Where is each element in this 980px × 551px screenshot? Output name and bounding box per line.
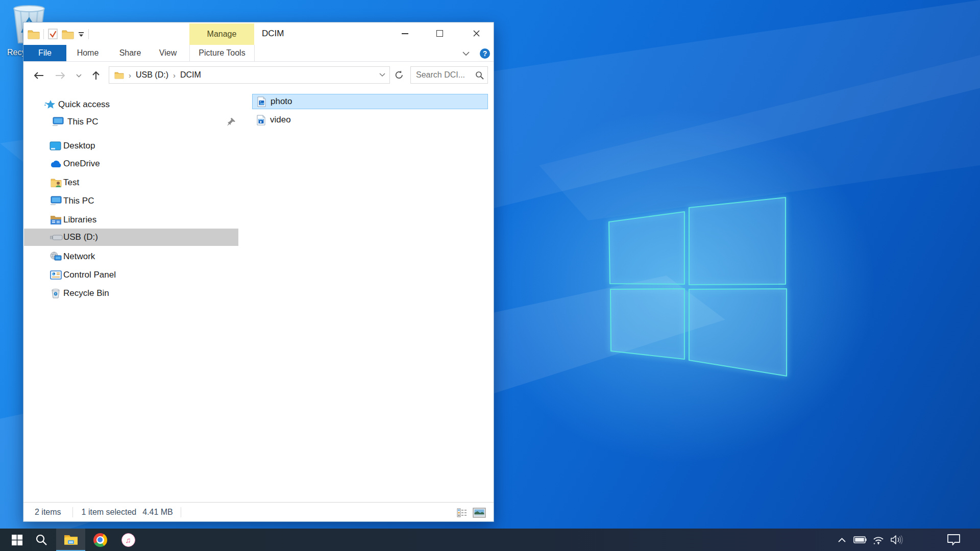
up-button[interactable] bbox=[89, 68, 103, 83]
file-name: photo bbox=[271, 96, 292, 107]
tray-expand-button[interactable] bbox=[834, 529, 849, 551]
qat-separator bbox=[43, 29, 44, 39]
tab-picture-tools[interactable]: Picture Tools bbox=[189, 45, 255, 61]
sidebar-item-control-panel[interactable]: Control Panel bbox=[24, 266, 238, 284]
this-pc-monitor-icon bbox=[52, 117, 64, 127]
item-count: 2 items bbox=[35, 508, 61, 517]
wifi-icon bbox=[872, 535, 885, 545]
windows-start-icon bbox=[12, 535, 22, 545]
this-pc-monitor-icon bbox=[50, 196, 62, 206]
breadcrumb-usb[interactable]: USB (D:) bbox=[136, 70, 168, 80]
battery-tray-icon[interactable] bbox=[851, 529, 869, 551]
help-button[interactable]: ? bbox=[479, 47, 491, 60]
tab-home[interactable]: Home bbox=[70, 45, 105, 61]
properties-check-icon[interactable] bbox=[47, 28, 58, 40]
taskbar-search-button[interactable] bbox=[29, 529, 54, 551]
sidebar-item-label: Recycle Bin bbox=[63, 288, 109, 298]
file-row-photo[interactable]: photo bbox=[252, 94, 488, 109]
user-folder-icon bbox=[51, 178, 62, 188]
sidebar-item-usb-selected[interactable]: USB (D:) bbox=[24, 229, 238, 246]
tab-view[interactable]: View bbox=[152, 45, 184, 61]
back-arrow-icon bbox=[33, 71, 44, 80]
chrome-icon bbox=[93, 533, 107, 547]
wifi-tray-icon[interactable] bbox=[870, 529, 887, 551]
usb-drive-icon bbox=[50, 234, 63, 241]
file-explorer-window: Manage DCIM File Home Share View Picture… bbox=[23, 22, 494, 522]
expand-ribbon-button[interactable] bbox=[460, 47, 472, 60]
tab-manage-contextual[interactable]: Manage bbox=[189, 23, 254, 45]
folder-icon bbox=[114, 71, 124, 79]
tab-file[interactable]: File bbox=[23, 45, 66, 61]
recycle-bin-small-icon bbox=[51, 288, 60, 298]
sidebar-item-libraries[interactable]: Libraries bbox=[24, 211, 238, 229]
window-title: DCIM bbox=[262, 29, 284, 39]
file-row-video[interactable]: video bbox=[252, 112, 488, 128]
sidebar-item-recycle-bin[interactable]: Recycle Bin bbox=[24, 285, 238, 302]
status-bar: 2 items 1 item selected 4.41 MB bbox=[23, 502, 494, 521]
sidebar-item-label: Network bbox=[63, 252, 95, 262]
explorer-folder-icon bbox=[28, 29, 40, 39]
breadcrumb-dcim[interactable]: DCIM bbox=[180, 70, 201, 80]
refresh-button[interactable] bbox=[393, 68, 406, 82]
sidebar-item-quick-access[interactable]: Quick access bbox=[24, 96, 238, 113]
action-center-icon bbox=[947, 534, 961, 546]
sidebar-item-onedrive[interactable]: OneDrive bbox=[24, 155, 238, 172]
chevron-up-icon bbox=[838, 538, 846, 542]
speaker-icon bbox=[890, 535, 903, 545]
file-explorer-icon bbox=[64, 534, 78, 545]
search-icon[interactable] bbox=[475, 71, 484, 80]
pin-icon bbox=[227, 117, 236, 126]
title-bar[interactable]: Manage DCIM bbox=[23, 22, 494, 45]
sidebar-item-label: OneDrive bbox=[63, 159, 100, 169]
new-folder-icon[interactable] bbox=[62, 29, 74, 39]
file-list[interactable]: photo video bbox=[240, 89, 494, 502]
minimize-button[interactable] bbox=[393, 22, 416, 44]
address-dropdown-icon[interactable] bbox=[379, 73, 385, 77]
volume-tray-icon[interactable] bbox=[888, 529, 905, 551]
details-view-button[interactable] bbox=[455, 506, 469, 519]
status-separator bbox=[181, 507, 181, 517]
search-box[interactable] bbox=[410, 66, 488, 84]
taskbar-chrome-button[interactable] bbox=[88, 529, 112, 551]
close-icon bbox=[473, 30, 480, 37]
photo-file-icon bbox=[257, 96, 266, 107]
sidebar-item-this-pc-pinned[interactable]: This PC bbox=[24, 113, 238, 131]
maximize-button[interactable] bbox=[428, 22, 451, 44]
video-file-icon bbox=[257, 115, 265, 126]
search-icon bbox=[35, 534, 47, 546]
navigation-pane: Quick access This PC bbox=[23, 89, 240, 502]
action-center-button[interactable] bbox=[943, 529, 964, 551]
qat-separator bbox=[88, 29, 89, 39]
start-button[interactable] bbox=[5, 529, 29, 551]
control-panel-icon bbox=[50, 270, 62, 280]
sidebar-item-network[interactable]: Network bbox=[24, 248, 238, 265]
chevron-down-icon bbox=[462, 52, 470, 56]
desktop-screen: Recycle Bin bbox=[0, 0, 980, 551]
sidebar-item-desktop[interactable]: Desktop bbox=[24, 137, 238, 155]
qat-customize-dropdown-icon[interactable] bbox=[78, 31, 85, 37]
battery-icon bbox=[853, 536, 867, 543]
libraries-icon bbox=[50, 215, 62, 225]
recent-locations-button[interactable] bbox=[73, 68, 84, 83]
taskbar-file-explorer-button[interactable] bbox=[56, 529, 85, 551]
search-input[interactable] bbox=[411, 70, 475, 80]
file-name: video bbox=[270, 115, 291, 125]
forward-button[interactable] bbox=[53, 68, 67, 83]
tab-share[interactable]: Share bbox=[111, 45, 149, 61]
selection-count: 1 item selected bbox=[82, 508, 137, 517]
up-arrow-icon bbox=[92, 70, 100, 81]
sidebar-item-label: Test bbox=[63, 178, 79, 188]
sidebar-item-label: Control Panel bbox=[63, 270, 116, 280]
navigation-toolbar: › USB (D:) › DCIM bbox=[23, 62, 494, 89]
ribbon-tab-strip: File Home Share View Picture Tools ? bbox=[23, 45, 494, 62]
address-bar[interactable]: › USB (D:) › DCIM bbox=[109, 66, 390, 84]
back-button[interactable] bbox=[32, 68, 46, 83]
sidebar-item-this-pc[interactable]: This PC bbox=[24, 192, 238, 210]
taskbar-itunes-button[interactable]: ♫ bbox=[116, 529, 140, 551]
network-icon bbox=[50, 252, 62, 262]
close-button[interactable] bbox=[464, 22, 488, 44]
details-view-icon bbox=[457, 508, 467, 517]
large-icons-view-button[interactable] bbox=[472, 506, 487, 519]
sidebar-item-test[interactable]: Test bbox=[24, 174, 238, 191]
thumbnail-view-icon bbox=[473, 508, 486, 518]
